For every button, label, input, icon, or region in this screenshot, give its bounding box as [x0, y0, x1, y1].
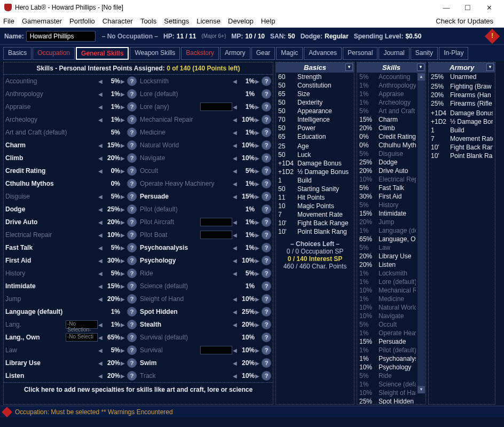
- increase-icon[interactable]: ▶: [120, 373, 125, 379]
- name-input[interactable]: [26, 31, 96, 42]
- decrease-icon[interactable]: ◀: [232, 168, 238, 174]
- help-icon[interactable]: ?: [127, 153, 137, 163]
- increase-icon[interactable]: ▶: [120, 207, 125, 212]
- increase-icon[interactable]: ▶: [120, 117, 125, 123]
- increase-icon[interactable]: ▶: [120, 283, 125, 289]
- help-icon[interactable]: ?: [262, 230, 271, 240]
- decrease-icon[interactable]: ◀: [98, 219, 103, 225]
- decrease-icon[interactable]: ◀: [98, 258, 103, 264]
- increase-icon[interactable]: ▶: [255, 104, 260, 110]
- tab-occupation[interactable]: Occupation: [33, 47, 75, 60]
- decrease-icon[interactable]: ◀: [98, 296, 103, 302]
- increase-icon[interactable]: ▶: [255, 245, 260, 251]
- help-icon[interactable]: ?: [127, 230, 137, 240]
- menu-portfolio[interactable]: Portfolio: [69, 17, 95, 25]
- help-icon[interactable]: ?: [127, 256, 137, 265]
- decrease-icon[interactable]: ◀: [232, 373, 238, 379]
- decrease-icon[interactable]: ◀: [98, 373, 103, 379]
- tab-advances[interactable]: Advances: [304, 47, 342, 60]
- decrease-icon[interactable]: ◀: [232, 78, 238, 84]
- alert-icon[interactable]: [485, 28, 500, 43]
- tab-in-play[interactable]: In-Play: [439, 47, 468, 60]
- increase-icon[interactable]: ▶: [255, 117, 260, 123]
- help-icon[interactable]: ?: [127, 345, 137, 355]
- increase-icon[interactable]: ▶: [255, 232, 260, 238]
- help-icon[interactable]: ?: [127, 128, 137, 137]
- increase-icon[interactable]: ▶: [255, 143, 260, 148]
- increase-icon[interactable]: ▶: [120, 143, 125, 148]
- help-icon[interactable]: ?: [262, 166, 271, 176]
- help-icon[interactable]: ?: [127, 358, 137, 368]
- help-icon[interactable]: ?: [127, 243, 137, 252]
- close-button[interactable]: ✕: [478, 4, 500, 12]
- decrease-icon[interactable]: ◀: [98, 335, 103, 341]
- help-icon[interactable]: ?: [262, 358, 271, 368]
- increase-icon[interactable]: ▶: [255, 296, 260, 302]
- increase-icon[interactable]: ▶: [120, 91, 125, 97]
- help-icon[interactable]: ?: [262, 89, 271, 99]
- maximize-button[interactable]: ☐: [457, 4, 478, 12]
- help-icon[interactable]: ?: [262, 192, 271, 201]
- decrease-icon[interactable]: ◀: [98, 78, 103, 84]
- help-icon[interactable]: ?: [127, 140, 137, 150]
- help-icon[interactable]: ?: [127, 179, 137, 188]
- minimize-button[interactable]: —: [436, 4, 457, 12]
- increase-icon[interactable]: ▶: [120, 296, 125, 302]
- decrease-icon[interactable]: ◀: [98, 347, 103, 353]
- help-icon[interactable]: ?: [127, 217, 137, 227]
- skill-input[interactable]: [200, 218, 232, 226]
- decrease-icon[interactable]: ◀: [232, 271, 238, 276]
- tab-personal[interactable]: Personal: [343, 47, 377, 60]
- decrease-icon[interactable]: ◀: [98, 117, 103, 123]
- increase-icon[interactable]: ▶: [255, 181, 260, 187]
- help-icon[interactable]: ?: [262, 268, 271, 278]
- increase-icon[interactable]: ▶: [255, 271, 260, 276]
- help-icon[interactable]: ?: [262, 345, 271, 355]
- help-icon[interactable]: ?: [127, 320, 137, 329]
- scroll-up-icon[interactable]: ▲: [418, 73, 425, 81]
- increase-icon[interactable]: ▶: [120, 168, 125, 174]
- increase-icon[interactable]: ▶: [255, 360, 260, 366]
- decrease-icon[interactable]: ◀: [98, 232, 103, 238]
- decrease-icon[interactable]: ◀: [232, 309, 238, 315]
- add-specialty-button[interactable]: Click here to add new specialties for sk…: [4, 382, 273, 397]
- help-icon[interactable]: ?: [262, 281, 271, 291]
- decrease-icon[interactable]: ◀: [232, 155, 238, 161]
- help-icon[interactable]: ?: [262, 204, 271, 214]
- help-icon[interactable]: ?: [262, 333, 271, 342]
- help-icon[interactable]: ?: [127, 102, 137, 112]
- help-icon[interactable]: ?: [262, 153, 271, 163]
- increase-icon[interactable]: ▶: [120, 347, 125, 353]
- increase-icon[interactable]: ▶: [255, 78, 260, 84]
- dropdown-icon[interactable]: ▼: [417, 64, 424, 71]
- help-icon[interactable]: ?: [127, 281, 137, 291]
- decrease-icon[interactable]: ◀: [232, 219, 238, 225]
- tab-weapon-skills[interactable]: Weapon Skills: [130, 47, 180, 60]
- tab-journal[interactable]: Journal: [379, 47, 409, 60]
- help-icon[interactable]: ?: [127, 333, 137, 342]
- increase-icon[interactable]: ▶: [120, 232, 125, 238]
- increase-icon[interactable]: ▶: [120, 322, 125, 328]
- increase-icon[interactable]: ▶: [255, 309, 260, 315]
- increase-icon[interactable]: ▶: [120, 104, 125, 110]
- increase-icon[interactable]: ▶: [120, 271, 125, 276]
- help-icon[interactable]: ?: [262, 128, 271, 137]
- decrease-icon[interactable]: ◀: [232, 130, 238, 136]
- tab-armory[interactable]: Armory: [220, 47, 250, 60]
- help-icon[interactable]: ?: [262, 371, 271, 381]
- decrease-icon[interactable]: ◀: [232, 322, 238, 328]
- decrease-icon[interactable]: ◀: [232, 296, 238, 302]
- help-icon[interactable]: ?: [127, 307, 137, 317]
- decrease-icon[interactable]: ◀: [232, 143, 238, 148]
- help-icon[interactable]: ?: [262, 320, 271, 329]
- decrease-icon[interactable]: ◀: [98, 360, 103, 366]
- decrease-icon[interactable]: ◀: [98, 322, 103, 328]
- decrease-icon[interactable]: ◀: [232, 347, 238, 353]
- decrease-icon[interactable]: ◀: [98, 155, 103, 161]
- menu-character[interactable]: Character: [103, 17, 133, 25]
- help-icon[interactable]: ?: [262, 179, 271, 188]
- decrease-icon[interactable]: ◀: [232, 258, 238, 264]
- increase-icon[interactable]: ▶: [120, 258, 125, 264]
- increase-icon[interactable]: ▶: [120, 335, 125, 341]
- check-updates-link[interactable]: Check for Updates: [436, 17, 493, 25]
